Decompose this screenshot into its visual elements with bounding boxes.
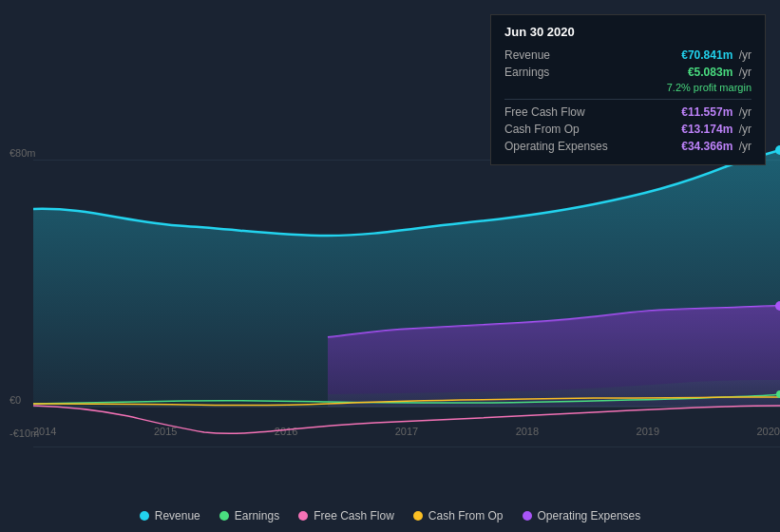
tooltip-opex-row: Operating Expenses €34.366m /yr	[504, 138, 751, 155]
tooltip-panel: Jun 30 2020 Revenue €70.841m /yr Earning…	[490, 14, 766, 165]
fcf-line	[33, 406, 780, 433]
legend-opex-dot	[523, 511, 532, 521]
legend-fcf[interactable]: Free Cash Flow	[298, 509, 394, 522]
legend-cashop[interactable]: Cash From Op	[413, 509, 504, 522]
tooltip-fcf-row: Free Cash Flow €11.557m /yr	[504, 104, 751, 121]
tooltip-profit-margin: 7.2% profit margin	[504, 81, 751, 95]
tooltip-cashop-value: €13.174m /yr	[681, 123, 751, 136]
legend-cashop-label: Cash From Op	[428, 509, 504, 522]
legend-revenue-dot	[140, 511, 149, 521]
legend-opex[interactable]: Operating Expenses	[523, 509, 641, 522]
legend-revenue[interactable]: Revenue	[140, 509, 200, 522]
legend-earnings-dot	[219, 511, 229, 521]
legend-fcf-dot	[298, 511, 308, 521]
tooltip-revenue-label: Revenue	[504, 48, 550, 62]
legend-earnings[interactable]: Earnings	[219, 509, 279, 522]
chart-legend: Revenue Earnings Free Cash Flow Cash Fro…	[0, 509, 780, 522]
legend-earnings-label: Earnings	[235, 509, 279, 522]
legend-cashop-dot	[413, 511, 423, 521]
tooltip-earnings-row: Earnings €5.083m /yr	[504, 64, 751, 81]
tooltip-cashop-row: Cash From Op €13.174m /yr	[504, 121, 751, 138]
tooltip-divider	[504, 99, 751, 100]
tooltip-earnings-label: Earnings	[504, 66, 549, 79]
legend-fcf-label: Free Cash Flow	[314, 509, 394, 522]
tooltip-fcf-value: €11.557m /yr	[681, 105, 751, 119]
tooltip-earnings-value: €5.083m /yr	[688, 66, 751, 79]
y-label-0: €0	[10, 394, 21, 406]
tooltip-opex-value: €34.366m /yr	[681, 140, 751, 153]
tooltip-cashop-label: Cash From Op	[504, 123, 580, 136]
y-label-80m: €80m	[10, 147, 36, 159]
tooltip-opex-label: Operating Expenses	[504, 140, 608, 153]
tooltip-revenue-value: €70.841m /yr	[681, 48, 751, 62]
tooltip-revenue-row: Revenue €70.841m /yr	[504, 47, 751, 64]
legend-opex-label: Operating Expenses	[538, 509, 641, 522]
tooltip-fcf-label: Free Cash Flow	[504, 105, 585, 119]
tooltip-title: Jun 30 2020	[504, 25, 751, 39]
legend-revenue-label: Revenue	[155, 509, 200, 522]
